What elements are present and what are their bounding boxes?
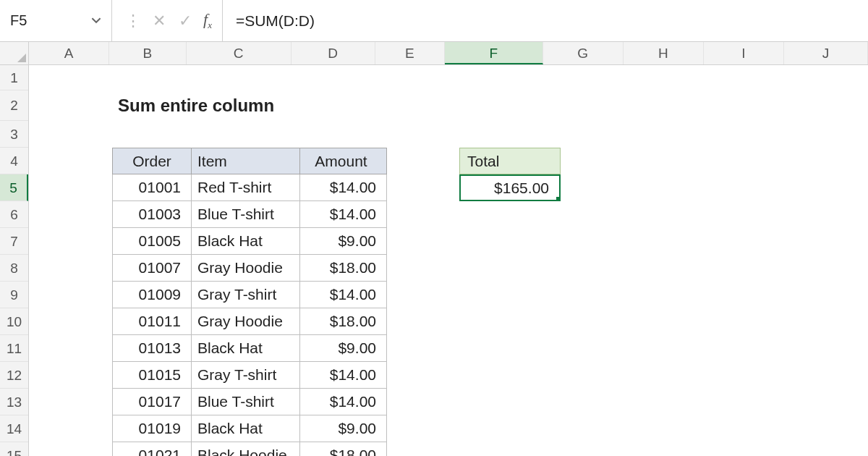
row-header-13[interactable]: 13 <box>0 389 28 415</box>
table-row[interactable]: 01005 <box>112 228 192 255</box>
table-row[interactable]: $18.00 <box>300 442 387 456</box>
formula-bar-controls: ⋮ ✕ ✓ fx <box>112 0 216 41</box>
row-header-12[interactable]: 12 <box>0 362 28 389</box>
divider-icon: ⋮ <box>125 12 141 30</box>
row-header-5[interactable]: 5 <box>0 174 28 201</box>
column-header-E[interactable]: E <box>375 42 446 64</box>
formula-input[interactable] <box>222 0 868 41</box>
table-row[interactable]: 01011 <box>112 308 192 335</box>
column-header-J[interactable]: J <box>784 42 868 64</box>
row-header-7[interactable]: 7 <box>0 228 28 255</box>
row-header-10[interactable]: 10 <box>0 308 28 335</box>
row-header-4[interactable]: 4 <box>0 148 28 174</box>
chevron-down-icon[interactable] <box>91 12 101 29</box>
table-row[interactable]: Blue T-shirt <box>192 389 300 415</box>
row-header-11[interactable]: 11 <box>0 335 28 362</box>
row-header-9[interactable]: 9 <box>0 282 28 308</box>
name-box-value: F5 <box>10 12 27 29</box>
column-headers[interactable]: ABCDEFGHIJ <box>29 42 868 65</box>
table-row[interactable]: $14.00 <box>300 362 387 389</box>
enter-icon[interactable]: ✓ <box>177 13 193 29</box>
row-header-14[interactable]: 14 <box>0 415 28 442</box>
table-row[interactable]: Black Hoodie <box>192 442 300 456</box>
cancel-icon[interactable]: ✕ <box>151 13 167 29</box>
table-row[interactable]: $9.00 <box>300 228 387 255</box>
column-header-B[interactable]: B <box>109 42 186 64</box>
table-header-amount[interactable]: Amount <box>300 148 387 174</box>
table-row[interactable]: 01009 <box>112 282 192 308</box>
table-row[interactable]: 01013 <box>112 335 192 362</box>
column-header-C[interactable]: C <box>187 42 292 64</box>
table-row[interactable]: Blue T-shirt <box>192 201 300 228</box>
formula-bar: F5 ⋮ ✕ ✓ fx <box>0 0 868 42</box>
table-row[interactable]: 01001 <box>112 174 192 201</box>
table-header-item[interactable]: Item <box>192 148 300 174</box>
column-header-D[interactable]: D <box>292 42 375 64</box>
table-row[interactable]: Red T-shirt <box>192 174 300 201</box>
fx-icon[interactable]: fx <box>203 10 212 31</box>
total-value[interactable]: $165.00 <box>459 174 561 201</box>
table-row[interactable]: $14.00 <box>300 174 387 201</box>
table-row[interactable]: $14.00 <box>300 389 387 415</box>
fill-handle[interactable] <box>556 197 561 201</box>
total-label[interactable]: Total <box>459 148 561 174</box>
table-row[interactable]: 01019 <box>112 415 192 442</box>
column-header-G[interactable]: G <box>543 42 624 64</box>
table-row[interactable]: Gray Hoodie <box>192 255 300 282</box>
spreadsheet-grid[interactable]: ABCDEFGHIJ 123456789101112131415 Sum ent… <box>0 42 868 456</box>
table-row[interactable]: 01003 <box>112 201 192 228</box>
column-header-A[interactable]: A <box>29 42 109 64</box>
cells-area[interactable]: Sum entire columnOrderItemAmount01001Red… <box>29 65 868 456</box>
page-title[interactable]: Sum entire column <box>112 90 387 121</box>
column-header-F[interactable]: F <box>445 42 542 64</box>
column-header-H[interactable]: H <box>624 42 704 64</box>
table-row[interactable]: $9.00 <box>300 415 387 442</box>
row-header-2[interactable]: 2 <box>0 90 28 121</box>
table-row[interactable]: 01021 <box>112 442 192 456</box>
row-header-8[interactable]: 8 <box>0 255 28 282</box>
table-row[interactable]: $18.00 <box>300 255 387 282</box>
table-row[interactable]: $14.00 <box>300 201 387 228</box>
name-box[interactable]: F5 <box>0 0 112 41</box>
table-row[interactable]: 01015 <box>112 362 192 389</box>
table-header-order[interactable]: Order <box>112 148 192 174</box>
table-row[interactable]: $18.00 <box>300 308 387 335</box>
table-row[interactable]: Black Hat <box>192 335 300 362</box>
row-header-3[interactable]: 3 <box>0 121 28 148</box>
row-header-15[interactable]: 15 <box>0 442 28 456</box>
table-row[interactable]: Black Hat <box>192 228 300 255</box>
table-row[interactable]: Gray T-shirt <box>192 362 300 389</box>
table-row[interactable]: 01007 <box>112 255 192 282</box>
row-header-6[interactable]: 6 <box>0 201 28 228</box>
column-header-I[interactable]: I <box>704 42 784 64</box>
table-row[interactable]: $9.00 <box>300 335 387 362</box>
table-row[interactable]: Gray T-shirt <box>192 282 300 308</box>
table-row[interactable]: Gray Hoodie <box>192 308 300 335</box>
table-row[interactable]: $14.00 <box>300 282 387 308</box>
row-headers[interactable]: 123456789101112131415 <box>0 65 29 456</box>
table-row[interactable]: 01017 <box>112 389 192 415</box>
table-row[interactable]: Black Hat <box>192 415 300 442</box>
row-header-1[interactable]: 1 <box>0 65 28 90</box>
select-all-corner[interactable] <box>0 42 29 65</box>
